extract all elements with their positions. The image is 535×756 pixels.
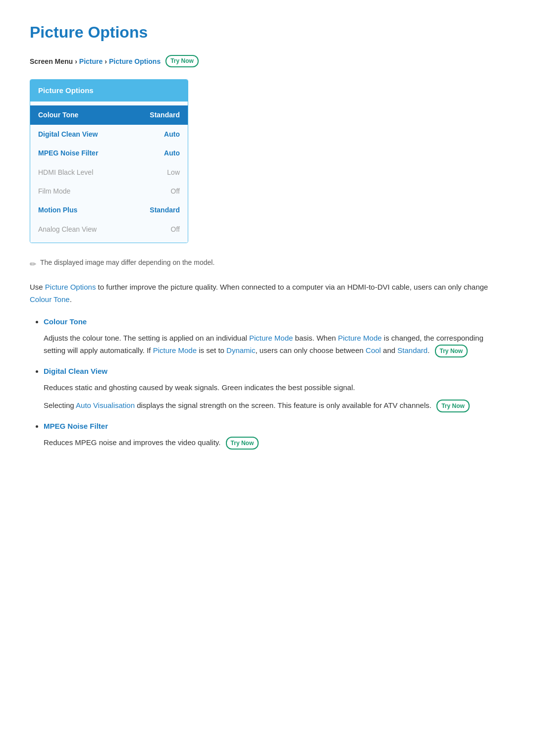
menu-value-colour-tone: Standard [150, 109, 180, 120]
panel-header: Picture Options [30, 80, 188, 101]
menu-label-hdmi-black-level: HDMI Black Level [38, 167, 93, 178]
page-title: Picture Options [30, 20, 505, 45]
section-colour-tone: Colour Tone Adjusts the colour tone. The… [44, 316, 505, 358]
colour-tone-para-1: Adjusts the colour tone. The setting is … [44, 332, 505, 358]
breadcrumb-screen-menu: Screen Menu [30, 56, 73, 67]
mpeg-noise-para-1: Reduces MPEG noise and improves the vide… [44, 436, 505, 450]
menu-label-digital-clean-view: Digital Clean View [38, 129, 98, 140]
picture-options-panel: Picture Options Colour Tone Standard Dig… [30, 79, 188, 243]
section-body-colour-tone: Adjusts the colour tone. The setting is … [44, 332, 505, 358]
digital-clean-para-1: Reduces static and ghosting caused by we… [44, 381, 505, 394]
try-now-colour-tone[interactable]: Try Now [435, 345, 468, 357]
panel-body: Colour Tone Standard Digital Clean View … [30, 101, 188, 243]
menu-label-film-mode: Film Mode [38, 186, 70, 197]
intro-after: . [70, 295, 72, 303]
breadcrumb: Screen Menu › Picture › Picture Options … [30, 55, 505, 67]
intro-paragraph: Use Picture Options to further improve t… [30, 281, 505, 306]
digital-clean-para-2: Selecting Auto Visualisation displays th… [44, 399, 505, 412]
menu-value-motion-plus: Standard [150, 204, 180, 215]
section-heading-digital-clean-view[interactable]: Digital Clean View [44, 367, 107, 375]
menu-label-motion-plus: Motion Plus [38, 204, 77, 215]
sections-list: Colour Tone Adjusts the colour tone. The… [30, 316, 505, 450]
menu-item-analog-clean-view[interactable]: Analog Clean View Off [30, 220, 188, 239]
link-picture-mode-2[interactable]: Picture Mode [338, 334, 381, 342]
menu-label-colour-tone: Colour Tone [38, 109, 78, 120]
link-auto-visualisation[interactable]: Auto Visualisation [76, 401, 135, 409]
section-digital-clean-view: Digital Clean View Reduces static and gh… [44, 365, 505, 412]
link-picture-mode-1[interactable]: Picture Mode [249, 334, 293, 342]
menu-value-hdmi-black-level: Low [167, 167, 180, 178]
menu-value-film-mode: Off [171, 186, 180, 197]
menu-item-motion-plus[interactable]: Motion Plus Standard [30, 201, 188, 219]
breadcrumb-separator-2: › [105, 56, 107, 67]
breadcrumb-try-now[interactable]: Try Now [165, 55, 199, 67]
try-now-mpeg-noise-filter[interactable]: Try Now [226, 437, 259, 450]
intro-before: Use [30, 283, 45, 291]
menu-item-film-mode[interactable]: Film Mode Off [30, 182, 188, 201]
section-body-digital-clean-view: Reduces static and ghosting caused by we… [44, 381, 505, 412]
try-now-digital-clean-view[interactable]: Try Now [436, 400, 470, 412]
link-picture-mode-3[interactable]: Picture Mode [153, 346, 197, 354]
link-standard[interactable]: Standard [397, 346, 428, 354]
menu-value-mpeg-noise-filter: Auto [164, 148, 180, 158]
intro-link-colour-tone[interactable]: Colour Tone [30, 295, 70, 303]
breadcrumb-picture-options[interactable]: Picture Options [109, 56, 160, 67]
pencil-icon: ✏ [30, 258, 36, 271]
menu-item-digital-clean-view[interactable]: Digital Clean View Auto [30, 125, 188, 144]
breadcrumb-picture[interactable]: Picture [79, 56, 103, 67]
note-row: ✏ The displayed image may differ dependi… [30, 257, 505, 271]
menu-item-hdmi-black-level[interactable]: HDMI Black Level Low [30, 163, 188, 182]
breadcrumb-separator-1: › [75, 56, 77, 67]
menu-item-colour-tone[interactable]: Colour Tone Standard [30, 105, 188, 124]
menu-label-analog-clean-view: Analog Clean View [38, 224, 97, 235]
section-heading-mpeg-noise-filter[interactable]: MPEG Noise Filter [44, 422, 108, 430]
menu-value-digital-clean-view: Auto [164, 129, 180, 140]
menu-value-analog-clean-view: Off [171, 224, 180, 235]
note-text: The displayed image may differ depending… [40, 257, 214, 268]
section-heading-colour-tone[interactable]: Colour Tone [44, 317, 87, 326]
menu-item-mpeg-noise-filter[interactable]: MPEG Noise Filter Auto [30, 144, 188, 162]
link-dynamic[interactable]: Dynamic [226, 346, 255, 354]
intro-link-picture-options[interactable]: Picture Options [45, 283, 96, 291]
section-mpeg-noise-filter: MPEG Noise Filter Reduces MPEG noise and… [44, 420, 505, 450]
link-cool[interactable]: Cool [366, 346, 381, 354]
section-body-mpeg-noise-filter: Reduces MPEG noise and improves the vide… [44, 436, 505, 450]
menu-label-mpeg-noise-filter: MPEG Noise Filter [38, 148, 98, 158]
intro-middle: to further improve the picture quality. … [96, 283, 488, 291]
